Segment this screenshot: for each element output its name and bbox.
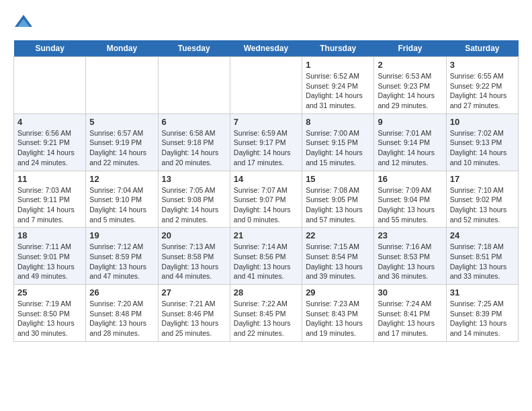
day-info: Sunrise: 7:10 AMSunset: 9:02 PMDaylight:… — [450, 185, 515, 225]
day-info: Sunrise: 7:16 AMSunset: 8:53 PMDaylight:… — [378, 242, 442, 281]
day-number: 16 — [378, 174, 442, 184]
day-info: Sunrise: 6:57 AMSunset: 9:19 PMDaylight:… — [89, 128, 154, 168]
calendar-cell: 6Sunrise: 6:58 AMSunset: 9:18 PMDaylight… — [158, 113, 230, 171]
day-number: 14 — [234, 174, 298, 184]
day-number: 24 — [450, 230, 515, 240]
calendar-cell: 12Sunrise: 7:04 AMSunset: 9:10 PMDayligh… — [86, 171, 158, 228]
day-info: Sunrise: 7:12 AMSunset: 8:59 PMDaylight:… — [89, 242, 154, 281]
week-row-2: 4Sunrise: 6:56 AMSunset: 9:21 PMDaylight… — [14, 113, 519, 171]
calendar-cell: 5Sunrise: 6:57 AMSunset: 9:19 PMDaylight… — [86, 113, 158, 171]
calendar-cell: 18Sunrise: 7:11 AMSunset: 9:01 PMDayligh… — [14, 228, 86, 285]
day-info: Sunrise: 6:58 AMSunset: 9:18 PMDaylight:… — [162, 128, 226, 168]
day-number: 19 — [89, 230, 154, 240]
calendar-cell: 9Sunrise: 7:01 AMSunset: 9:14 PMDaylight… — [374, 113, 446, 171]
calendar-cell: 1Sunrise: 6:52 AMSunset: 9:24 PMDaylight… — [302, 57, 374, 114]
day-number: 4 — [17, 117, 82, 127]
day-number: 26 — [89, 287, 154, 298]
calendar-cell: 30Sunrise: 7:24 AMSunset: 8:41 PMDayligh… — [374, 285, 446, 342]
calendar-cell: 20Sunrise: 7:13 AMSunset: 8:58 PMDayligh… — [158, 228, 230, 285]
day-number: 31 — [450, 287, 515, 298]
day-number: 25 — [17, 287, 82, 298]
calendar-cell: 10Sunrise: 7:02 AMSunset: 9:13 PMDayligh… — [446, 113, 518, 171]
calendar-cell: 31Sunrise: 7:25 AMSunset: 8:39 PMDayligh… — [446, 285, 518, 342]
day-info: Sunrise: 7:25 AMSunset: 8:39 PMDaylight:… — [450, 299, 515, 338]
day-number: 20 — [162, 230, 226, 240]
day-header-thursday: Thursday — [302, 40, 374, 57]
day-number: 23 — [378, 230, 442, 240]
day-info: Sunrise: 7:02 AMSunset: 9:13 PMDaylight:… — [450, 128, 515, 168]
calendar-cell: 14Sunrise: 7:07 AMSunset: 9:07 PMDayligh… — [230, 171, 302, 228]
week-row-1: 1Sunrise: 6:52 AMSunset: 9:24 PMDaylight… — [14, 57, 519, 114]
day-number: 5 — [89, 117, 154, 127]
day-number: 11 — [17, 174, 82, 184]
calendar-cell: 27Sunrise: 7:21 AMSunset: 8:46 PMDayligh… — [158, 285, 230, 342]
calendar-cell: 26Sunrise: 7:20 AMSunset: 8:48 PMDayligh… — [86, 285, 158, 342]
day-number: 6 — [162, 117, 226, 127]
day-info: Sunrise: 7:13 AMSunset: 8:58 PMDaylight:… — [162, 242, 226, 281]
day-number: 29 — [306, 287, 370, 298]
day-header-monday: Monday — [86, 40, 158, 57]
calendar-cell: 2Sunrise: 6:53 AMSunset: 9:23 PMDaylight… — [374, 57, 446, 114]
calendar-table: SundayMondayTuesdayWednesdayThursdayFrid… — [13, 40, 519, 342]
day-info: Sunrise: 6:59 AMSunset: 9:17 PMDaylight:… — [234, 128, 298, 168]
day-info: Sunrise: 6:52 AMSunset: 9:24 PMDaylight:… — [306, 71, 370, 111]
day-info: Sunrise: 7:23 AMSunset: 8:43 PMDaylight:… — [306, 299, 370, 338]
day-number: 3 — [450, 60, 515, 70]
week-row-4: 18Sunrise: 7:11 AMSunset: 9:01 PMDayligh… — [14, 228, 519, 285]
calendar-cell: 11Sunrise: 7:03 AMSunset: 9:11 PMDayligh… — [14, 171, 86, 228]
day-number: 17 — [450, 174, 515, 184]
day-number: 30 — [378, 287, 442, 298]
calendar-cell — [86, 57, 158, 114]
day-info: Sunrise: 7:20 AMSunset: 8:48 PMDaylight:… — [89, 299, 154, 338]
calendar-cell: 17Sunrise: 7:10 AMSunset: 9:02 PMDayligh… — [446, 171, 518, 228]
day-number: 15 — [306, 174, 370, 184]
day-info: Sunrise: 7:00 AMSunset: 9:15 PMDaylight:… — [306, 128, 370, 168]
page-header — [13, 13, 519, 34]
day-info: Sunrise: 7:14 AMSunset: 8:56 PMDaylight:… — [234, 242, 298, 281]
day-info: Sunrise: 7:11 AMSunset: 9:01 PMDaylight:… — [17, 242, 82, 281]
day-header-tuesday: Tuesday — [158, 40, 230, 57]
day-number: 8 — [306, 117, 370, 127]
day-number: 28 — [234, 287, 298, 298]
day-header-wednesday: Wednesday — [230, 40, 302, 57]
day-number: 9 — [378, 117, 442, 127]
calendar-cell: 22Sunrise: 7:15 AMSunset: 8:54 PMDayligh… — [302, 228, 374, 285]
day-number: 7 — [234, 117, 298, 127]
calendar-cell — [14, 57, 86, 114]
day-info: Sunrise: 7:01 AMSunset: 9:14 PMDaylight:… — [378, 128, 442, 168]
calendar-cell: 4Sunrise: 6:56 AMSunset: 9:21 PMDaylight… — [14, 113, 86, 171]
day-info: Sunrise: 6:53 AMSunset: 9:23 PMDaylight:… — [378, 71, 442, 111]
calendar-cell: 13Sunrise: 7:05 AMSunset: 9:08 PMDayligh… — [158, 171, 230, 228]
day-number: 10 — [450, 117, 515, 127]
day-header-sunday: Sunday — [14, 40, 86, 57]
day-info: Sunrise: 7:05 AMSunset: 9:08 PMDaylight:… — [162, 185, 226, 225]
calendar-cell — [158, 57, 230, 114]
day-number: 13 — [162, 174, 226, 184]
day-info: Sunrise: 7:07 AMSunset: 9:07 PMDaylight:… — [234, 185, 298, 225]
day-header-saturday: Saturday — [446, 40, 518, 57]
calendar-cell: 28Sunrise: 7:22 AMSunset: 8:45 PMDayligh… — [230, 285, 302, 342]
logo-icon — [13, 13, 34, 34]
day-number: 22 — [306, 230, 370, 240]
day-number: 2 — [378, 60, 442, 70]
calendar-cell — [230, 57, 302, 114]
week-row-3: 11Sunrise: 7:03 AMSunset: 9:11 PMDayligh… — [14, 171, 519, 228]
day-info: Sunrise: 7:21 AMSunset: 8:46 PMDaylight:… — [162, 299, 226, 338]
calendar-cell: 19Sunrise: 7:12 AMSunset: 8:59 PMDayligh… — [86, 228, 158, 285]
calendar-cell: 3Sunrise: 6:55 AMSunset: 9:22 PMDaylight… — [446, 57, 518, 114]
logo — [13, 13, 36, 34]
day-number: 18 — [17, 230, 82, 240]
day-info: Sunrise: 6:56 AMSunset: 9:21 PMDaylight:… — [17, 128, 82, 168]
day-info: Sunrise: 7:24 AMSunset: 8:41 PMDaylight:… — [378, 299, 442, 338]
day-info: Sunrise: 7:15 AMSunset: 8:54 PMDaylight:… — [306, 242, 370, 281]
day-number: 27 — [162, 287, 226, 298]
day-info: Sunrise: 7:03 AMSunset: 9:11 PMDaylight:… — [17, 185, 82, 225]
week-row-5: 25Sunrise: 7:19 AMSunset: 8:50 PMDayligh… — [14, 285, 519, 342]
day-number: 21 — [234, 230, 298, 240]
day-header-friday: Friday — [374, 40, 446, 57]
calendar-cell: 7Sunrise: 6:59 AMSunset: 9:17 PMDaylight… — [230, 113, 302, 171]
day-info: Sunrise: 7:18 AMSunset: 8:51 PMDaylight:… — [450, 242, 515, 281]
calendar-cell: 24Sunrise: 7:18 AMSunset: 8:51 PMDayligh… — [446, 228, 518, 285]
calendar-cell: 15Sunrise: 7:08 AMSunset: 9:05 PMDayligh… — [302, 171, 374, 228]
calendar-cell: 16Sunrise: 7:09 AMSunset: 9:04 PMDayligh… — [374, 171, 446, 228]
